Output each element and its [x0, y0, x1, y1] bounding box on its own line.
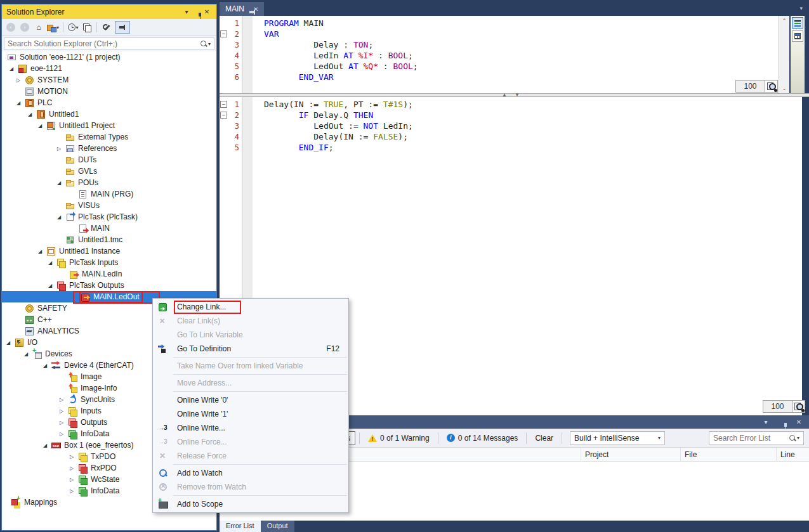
tree-item-duts[interactable]: DUTs — [2, 154, 216, 165]
pending-changes-filter-icon[interactable]: ▾ — [67, 21, 79, 34]
menu-item-online-write-0[interactable]: Online Write '0' — [153, 393, 348, 407]
error-list-search-input[interactable]: Search Error List ▾ — [709, 431, 804, 445]
tree-item-main[interactable]: MAIN — [2, 223, 216, 234]
expand-arrow-expanded-icon[interactable] — [41, 363, 49, 368]
search-icon[interactable] — [200, 40, 207, 48]
forward-button[interactable]: › — [19, 21, 30, 34]
expand-arrow-expanded-icon[interactable] — [55, 180, 63, 186]
expand-arrow-collapsed-icon[interactable] — [58, 408, 65, 414]
pane1-vertical-scrollbar[interactable]: ⌃ ⌄ — [778, 16, 789, 93]
menu-item-add-to-scope[interactable]: Add to Scope — [153, 497, 348, 511]
expand-arrow-expanded-icon[interactable] — [41, 443, 49, 448]
tree-item-visus[interactable]: VISUs — [2, 200, 216, 211]
warnings-filter-button[interactable]: 0 of 1 Warning — [364, 431, 434, 445]
expand-arrow-expanded-icon[interactable] — [15, 100, 22, 106]
search-input[interactable]: Search Solution Explorer (Ctrl+;) ▾ — [4, 37, 214, 50]
expand-arrow-expanded-icon[interactable] — [46, 283, 54, 289]
expand-arrow-collapsed-icon[interactable] — [68, 477, 76, 483]
code-line[interactable]: 5 END_IF; — [220, 142, 802, 153]
code-line[interactable]: 1PROGRAM MAIN — [220, 18, 778, 29]
expand-arrow-expanded-icon[interactable] — [55, 214, 63, 220]
tree-item-plc[interactable]: PLC — [2, 97, 216, 108]
clear-button[interactable]: Clear — [530, 431, 558, 445]
tree-item-untitled1-project[interactable]: Untitled1 Project — [2, 120, 216, 131]
menu-item-go-to-definition[interactable]: Go To DefinitionF12 — [153, 342, 348, 356]
expand-arrow-expanded-icon[interactable] — [22, 351, 30, 357]
expand-arrow-expanded-icon[interactable] — [26, 112, 34, 117]
code-line[interactable]: 5 LedOut AT %Q* : BOOL; — [220, 61, 778, 72]
collapse-box-icon[interactable] — [220, 101, 227, 108]
expand-arrow-expanded-icon[interactable] — [8, 66, 15, 72]
expand-arrow-collapsed-icon[interactable] — [58, 420, 65, 425]
tree-item-untitled1-instance[interactable]: Untitled1 Instance — [2, 245, 216, 257]
tree-item-plctask-plctask[interactable]: PlcTask (PlcTask) — [2, 211, 216, 223]
menu-item-online-write[interactable]: Online Write... — [153, 421, 348, 435]
expand-arrow-collapsed-icon[interactable] — [68, 454, 76, 460]
tree-item-untitled1-tmc[interactable]: Untitled1.tmc — [2, 234, 216, 245]
tab-main[interactable]: MAIN ✕ — [220, 2, 264, 16]
pane2-zoom-level[interactable]: 100 — [763, 400, 793, 413]
text-view-icon[interactable] — [792, 17, 803, 29]
tree-item-untitled1[interactable]: Untitled1 — [2, 108, 216, 120]
code-line[interactable]: 6 END_VAR — [220, 72, 778, 82]
tree-item-motion[interactable]: MOTION — [2, 86, 216, 97]
code-line[interactable]: 2 IF Delay.Q THEN — [220, 110, 802, 120]
code-line[interactable]: 4 LedIn AT %I* : BOOL; — [220, 50, 778, 61]
menu-item-online-write-1[interactable]: Online Write '1' — [153, 407, 348, 421]
expand-arrow-collapsed-icon[interactable] — [68, 465, 76, 471]
sync-with-active-document-icon[interactable] — [81, 21, 93, 34]
tree-item-solution-eoe-1121-1-project[interactable]: Solution 'eoe-1121' (1 project) — [2, 51, 216, 63]
expand-arrow-collapsed-icon[interactable] — [15, 77, 22, 83]
collapse-box-icon[interactable] — [220, 112, 227, 119]
expand-arrow-collapsed-icon[interactable] — [58, 431, 65, 437]
tab-error-list[interactable]: Error List — [220, 521, 261, 532]
home-icon[interactable]: ⌂ — [33, 21, 44, 34]
expand-arrow-expanded-icon[interactable] — [36, 249, 44, 254]
column-file[interactable]: File — [680, 448, 776, 462]
tree-item-plctask-inputs[interactable]: PlcTask Inputs — [2, 257, 216, 268]
expand-arrow-expanded-icon[interactable] — [36, 123, 44, 129]
search-options-chevron-icon[interactable]: ▾ — [208, 41, 211, 47]
window-position-chevron-icon[interactable]: ▾ — [181, 8, 192, 15]
pane1-zoom-icon[interactable] — [765, 80, 778, 93]
menu-item-change-link[interactable]: Change Link... — [153, 300, 348, 314]
expand-arrow-collapsed-icon[interactable] — [68, 488, 76, 494]
scroll-up-icon[interactable]: ⌃ — [779, 16, 790, 26]
declaration-editor-pane[interactable]: 1PROGRAM MAIN2VAR3 Delay : TON;4 LedIn A… — [220, 16, 778, 93]
column-line[interactable]: Line — [776, 448, 809, 462]
code-line[interactable]: 1Delay(IN := TRUE, PT := T#1S); — [220, 99, 802, 110]
tree-item-gvls[interactable]: GVLs — [2, 165, 216, 177]
tree-item-references[interactable]: References — [2, 143, 216, 154]
window-position-chevron-icon[interactable]: ▾ — [761, 418, 771, 425]
filter-dropdown[interactable]: Build + IntelliSense ▾ — [570, 431, 665, 445]
expand-arrow-collapsed-icon[interactable] — [55, 146, 63, 152]
code-line[interactable]: 3 LedOut := NOT LedIn; — [220, 120, 802, 131]
table-view-icon[interactable] — [792, 30, 803, 42]
code-line[interactable]: 2VAR — [220, 29, 778, 39]
tree-item-external-types[interactable]: External Types — [2, 131, 216, 143]
close-icon[interactable]: ✕ — [794, 418, 804, 425]
properties-wrench-icon[interactable] — [101, 21, 112, 34]
expand-arrow-expanded-icon[interactable] — [4, 340, 12, 346]
pane2-zoom-icon[interactable] — [793, 400, 805, 413]
expand-arrow-expanded-icon[interactable] — [46, 260, 54, 266]
tab-output[interactable]: Output — [261, 521, 294, 532]
tree-item-eoe-1121[interactable]: eoe-1121 — [2, 63, 216, 74]
menu-item-add-to-watch[interactable]: Add to Watch — [153, 466, 348, 480]
close-icon[interactable]: ✕ — [202, 8, 212, 15]
pane1-zoom-level[interactable]: 100 — [735, 80, 765, 93]
switch-views-icon[interactable]: ▾ — [47, 21, 59, 34]
preview-selected-items-toggle[interactable] — [115, 21, 130, 34]
document-list-chevron-icon[interactable]: ▾ — [799, 5, 803, 11]
messages-filter-button[interactable]: i 0 of 14 Messages — [442, 431, 523, 445]
collapse-box-icon[interactable] — [220, 30, 227, 37]
tree-item-plctask-outputs[interactable]: PlcTask Outputs — [2, 280, 216, 291]
code-line[interactable]: 4 Delay(IN := FALSE); — [220, 131, 802, 142]
tree-item-system[interactable]: SYSTEM — [2, 74, 216, 86]
tree-item-main-prg[interactable]: MAIN (PRG) — [2, 188, 216, 200]
tree-item-main-ledin[interactable]: MAIN.LedIn — [2, 268, 216, 280]
expand-arrow-collapsed-icon[interactable] — [58, 397, 65, 403]
code-line[interactable]: 3 Delay : TON; — [220, 39, 778, 50]
column-project[interactable]: Project — [581, 448, 680, 462]
scroll-down-icon[interactable]: ⌄ — [779, 83, 790, 93]
